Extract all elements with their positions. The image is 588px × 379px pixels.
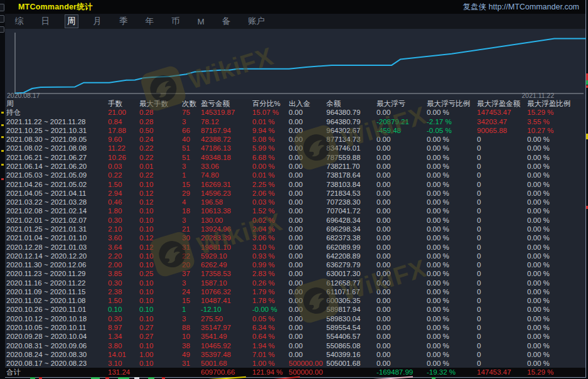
- table-row[interactable]: 2021.04.26 ~ 2021.05.021.500.101516269.3…: [5, 180, 585, 189]
- table-cell: 662089.99: [326, 243, 377, 252]
- table-cell: 540399.16: [326, 350, 377, 359]
- table-cell: 0.00: [289, 332, 326, 341]
- column-header-5[interactable]: 百分比%: [252, 99, 289, 108]
- table-row[interactable]: 2021.08.02 ~ 2021.08.0811.220.225147186.…: [5, 144, 585, 152]
- table-row[interactable]: 2021.06.21 ~ 2021.06.2710.260.225149348.…: [5, 153, 585, 162]
- table-row[interactable]: 2021.08.30 ~ 2021.09.059.600.244042388.7…: [5, 135, 585, 144]
- table-cell: 0: [477, 279, 527, 287]
- column-header-6[interactable]: 出入金: [289, 99, 326, 108]
- table-cell: 0.01: [139, 162, 182, 171]
- stats-table: 周手数最大手数次数盈亏金额百分比%出入金余额最大浮亏最大浮亏比例最大浮盈金额最大…: [5, 99, 585, 377]
- table-row[interactable]: 2020.09.28 ~ 2020.10.041.340.27103541.49…: [5, 332, 585, 341]
- menu-item-yue[interactable]: 月: [91, 14, 105, 28]
- column-header-7[interactable]: 余额: [326, 99, 377, 108]
- table-row[interactable]: 2021.02.01 ~ 2021.02.070.300.103130.000.…: [5, 216, 585, 225]
- column-header-0[interactable]: 周: [6, 99, 108, 108]
- table-row[interactable]: 2021.01.04 ~ 2021.01.103.600.123020283.3…: [5, 233, 585, 242]
- table-row[interactable]: 2020.11.09 ~ 2020.11.152.380.102410766.3…: [5, 287, 585, 296]
- table-cell: 738178.64: [326, 171, 377, 179]
- table-cell: 0.01 %: [252, 171, 289, 179]
- table-row[interactable]: 2020.08.24 ~ 2020.08.3014.011.004935397.…: [5, 350, 585, 359]
- table-row[interactable]: 2021.11.22 ~ 2021.11.280.840.28378.120.0…: [5, 117, 585, 126]
- table-cell: 0.00 %: [527, 243, 585, 252]
- table-cell: 0.00 %: [427, 296, 477, 305]
- table-cell: 5.99 %: [252, 144, 289, 152]
- table-cell: 0: [477, 180, 527, 189]
- table-cell: 721834.53: [326, 189, 377, 198]
- table-cell: 0.00 %: [427, 323, 477, 332]
- table-row[interactable]: 2020.11.16 ~ 2020.11.220.300.1031587.100…: [5, 279, 585, 287]
- equity-chart: 2020.08.17 2021.11.22: [5, 29, 585, 99]
- table-row[interactable]: 2021.06.14 ~ 2021.06.200.030.01333.060.0…: [5, 162, 585, 171]
- table-cell: 0: [477, 260, 527, 269]
- column-header-11[interactable]: 最大浮盈比例: [527, 99, 585, 108]
- column-header-9[interactable]: 最大浮亏比例: [427, 99, 477, 108]
- table-row[interactable]: 2020.12.14 ~ 2020.12.202.200.10225929.10…: [5, 252, 585, 260]
- table-cell: -19.32 %: [427, 368, 477, 376]
- column-header-3[interactable]: 次数: [182, 99, 201, 108]
- column-header-10[interactable]: 最大浮盈金额: [477, 99, 527, 108]
- table-row[interactable]: 2021.04.05 ~ 2021.04.112.940.122914596.2…: [5, 189, 585, 198]
- table-cell: 0.00: [377, 332, 427, 341]
- table-cell: 0.00: [377, 269, 427, 278]
- column-header-4[interactable]: 盈亏金额: [201, 99, 252, 108]
- table-cell: 0.10: [139, 206, 182, 215]
- menu-item-ji[interactable]: 季: [117, 14, 131, 28]
- table-row[interactable]: 2020.10.05 ~ 2020.10.118.970.278835147.9…: [5, 323, 585, 332]
- table-row[interactable]: 2021.01.25 ~ 2021.01.312.100.102113924.9…: [5, 225, 585, 233]
- menu-item-zhanghu[interactable]: 账户: [245, 14, 267, 28]
- table-row[interactable]: 2020.11.23 ~ 2020.11.293.850.253717358.5…: [5, 269, 585, 278]
- table-row[interactable]: 2020.08.17 ~ 2020.08.233.100.10315001.68…: [5, 359, 585, 368]
- menu-item-zhou[interactable]: 周: [65, 14, 78, 28]
- table-row[interactable]: 2021.10.25 ~ 2021.10.3117.880.506687167.…: [5, 126, 585, 135]
- window-title: MTCommander统计: [18, 2, 93, 13]
- background-window-fragment: [0, 26, 4, 33]
- table-cell: 0.00 %: [427, 171, 477, 179]
- table-cell: 9.94 %: [252, 126, 289, 135]
- column-header-1[interactable]: 手数: [108, 99, 139, 108]
- table-cell: 3: [182, 162, 201, 171]
- table-row[interactable]: 2020.12.28 ~ 2021.01.033.640.123119881.1…: [5, 243, 585, 252]
- table-cell: 0.00: [289, 225, 326, 233]
- table-row[interactable]: 2020.11.02 ~ 2020.11.081.500.101510487.4…: [5, 296, 585, 305]
- table-row[interactable]: 2020.10.26 ~ 2020.11.010.100.101-12.10-0…: [5, 305, 585, 314]
- table-cell: 0.00: [377, 189, 427, 198]
- table-row[interactable]: 2020.08.31 ~ 2020.09.063.800.103810465.9…: [5, 341, 585, 350]
- table-cell: 0.10: [139, 359, 182, 368]
- table-cell: 0.05 %: [252, 314, 289, 323]
- menu-item-nian[interactable]: 年: [143, 14, 157, 28]
- table-cell: 0: [477, 252, 527, 260]
- menu-item-ri[interactable]: 日: [39, 14, 53, 28]
- table-cell: 47186.13: [201, 144, 252, 152]
- x-axis-end-label: 2021.11.22: [521, 92, 554, 99]
- total-row[interactable]: 合计131.24609700.66121.94 %500000.00-16948…: [5, 368, 585, 376]
- table-cell: 10.26: [108, 153, 139, 162]
- table-cell: 0.00 %: [427, 189, 477, 198]
- menu-item-bei[interactable]: 备: [220, 14, 233, 28]
- table-cell: 0.00 %: [427, 135, 477, 144]
- menu-item-bi[interactable]: 币: [169, 14, 183, 28]
- table-row[interactable]: 持仓21.000.2875145319.8715.07 %0.00964380.…: [5, 108, 585, 117]
- table-cell: 0.00: [377, 323, 427, 332]
- table-cell: 0.00: [289, 296, 326, 305]
- table-row[interactable]: 2021.05.03 ~ 2021.05.090.220.22174.800.0…: [5, 171, 585, 179]
- table-cell: 2020.11.16 ~ 2020.11.22: [6, 279, 108, 287]
- table-row[interactable]: 2021.03.22 ~ 2021.03.280.460.124196.580.…: [5, 198, 585, 206]
- table-cell: 0.00: [289, 126, 326, 135]
- table-cell: 0: [477, 233, 527, 242]
- table-cell: 持仓: [6, 108, 108, 117]
- table-cell: 0.00 %: [527, 305, 585, 314]
- table-cell: 0.00: [289, 162, 326, 171]
- menu-item-zong[interactable]: 综: [13, 14, 26, 28]
- table-cell: 0.00 %: [527, 269, 585, 278]
- table-row[interactable]: 2020.11.30 ~ 2020.12.062.000.10206262.49…: [5, 260, 585, 269]
- table-row[interactable]: 2021.02.08 ~ 2021.02.141.800.101810613.3…: [5, 206, 585, 215]
- table-cell: 609700.66: [201, 368, 252, 376]
- table-cell: 35397.48: [201, 350, 252, 359]
- menu-item-m[interactable]: M: [195, 16, 207, 28]
- column-header-8[interactable]: 最大浮亏: [377, 99, 427, 108]
- column-header-2[interactable]: 最大手数: [139, 99, 182, 108]
- table-cell: 合计: [6, 368, 108, 376]
- table-cell: 0.27: [139, 332, 182, 341]
- table-row[interactable]: 2020.10.12 ~ 2020.10.180.300.103275.500.…: [5, 314, 585, 323]
